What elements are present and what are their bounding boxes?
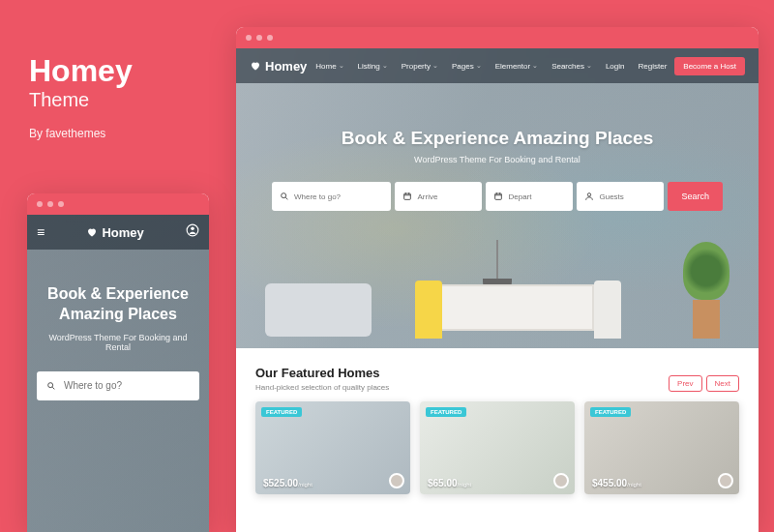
become-host-button[interactable]: Become a Host	[674, 57, 745, 75]
listing-card[interactable]: FEATURED $65.00/night	[420, 401, 575, 494]
featured-heading: Our Featured Homes Hand-picked selection…	[255, 366, 739, 392]
mobile-preview-window: ≡ Homey Book & Experience Amazing Places…	[27, 193, 209, 532]
brand-text: Homey	[102, 225, 143, 240]
calendar-icon	[402, 192, 412, 201]
mobile-hero-title: Book & Experience Amazing Places	[27, 250, 209, 329]
avatar[interactable]	[389, 473, 404, 488]
svg-point-3	[282, 193, 286, 198]
listing-price: $65.00/night	[428, 478, 471, 488]
featured-title: Our Featured Homes	[255, 366, 389, 380]
user-icon	[584, 192, 594, 201]
svg-point-6	[588, 193, 591, 196]
user-icon[interactable]	[186, 223, 199, 241]
listing-price: $525.00/night	[263, 478, 313, 488]
heart-icon	[86, 226, 98, 238]
mobile-body: ≡ Homey Book & Experience Amazing Places…	[27, 215, 209, 532]
svg-point-2	[48, 382, 53, 387]
traffic-light-dot	[246, 35, 252, 41]
calendar-icon	[493, 192, 503, 201]
traffic-light-dot	[267, 35, 273, 41]
mobile-navbar: ≡ Homey	[27, 215, 209, 250]
chevron-down-icon: ⌄	[532, 62, 538, 70]
featured-cards: FEATURED $525.00/night FEATURED $65.00/n…	[255, 401, 739, 494]
nav-item-elementor[interactable]: Elementor⌄	[490, 58, 544, 74]
traffic-light-dot	[47, 201, 53, 207]
nav-item-property[interactable]: Property⌄	[396, 58, 444, 74]
where-field[interactable]	[272, 182, 391, 211]
nav-item-searches[interactable]: Searches⌄	[546, 58, 598, 74]
desktop-navbar: Homey Home⌄ Listing⌄ Property⌄ Pages⌄ El…	[236, 48, 759, 83]
hero-section: Book & Experience Amazing Places WordPre…	[236, 48, 759, 348]
promo-title: Homey	[29, 53, 133, 89]
svg-rect-5	[495, 193, 502, 199]
where-input[interactable]	[294, 192, 383, 201]
traffic-light-dot	[58, 201, 64, 207]
carousel-nav: Prev Next	[669, 375, 739, 392]
chevron-down-icon: ⌄	[476, 62, 482, 70]
search-bar: Search	[272, 182, 723, 211]
avatar[interactable]	[718, 473, 733, 488]
chevron-down-icon: ⌄	[382, 62, 388, 70]
featured-badge: FEATURED	[426, 407, 466, 417]
desktop-preview-window: Homey Home⌄ Listing⌄ Property⌄ Pages⌄ El…	[236, 27, 759, 532]
traffic-light-dot	[256, 35, 262, 41]
guests-field[interactable]	[577, 182, 664, 211]
nav-item-listing[interactable]: Listing⌄	[352, 58, 394, 74]
next-button[interactable]: Next	[706, 375, 739, 392]
nav-register[interactable]: Register	[633, 58, 673, 74]
mobile-logo[interactable]: Homey	[86, 225, 143, 240]
promo-byline: By favethemes	[29, 127, 133, 140]
search-icon	[46, 381, 56, 391]
listing-price: $455.00/night	[592, 478, 641, 488]
mobile-where-input[interactable]	[64, 380, 190, 391]
prev-button[interactable]: Prev	[669, 375, 701, 392]
nav-item-home[interactable]: Home⌄	[310, 58, 349, 74]
nav-login[interactable]: Login	[600, 58, 631, 74]
mobile-window-chrome	[27, 193, 209, 215]
arrive-input[interactable]	[417, 192, 474, 201]
search-button[interactable]: Search	[668, 182, 723, 211]
nav-item-pages[interactable]: Pages⌄	[446, 58, 488, 74]
depart-field[interactable]	[486, 182, 573, 211]
chevron-down-icon: ⌄	[586, 62, 592, 70]
desktop-body: Book & Experience Amazing Places WordPre…	[236, 48, 759, 532]
featured-badge: FEATURED	[590, 407, 631, 417]
hero-subtitle: WordPress Theme For Booking and Rental	[236, 155, 759, 164]
featured-badge: FEATURED	[261, 407, 302, 417]
depart-input[interactable]	[508, 192, 565, 201]
hero-decor	[236, 203, 759, 348]
mobile-hero-sub: WordPress Theme For Booking and Rental	[27, 329, 209, 364]
arrive-field[interactable]	[395, 182, 482, 211]
featured-section: Our Featured Homes Hand-picked selection…	[236, 348, 759, 512]
desktop-window-chrome	[236, 27, 759, 48]
mobile-search-field[interactable]	[37, 371, 199, 400]
chevron-down-icon: ⌄	[339, 62, 344, 70]
chevron-down-icon: ⌄	[432, 62, 438, 70]
listing-card[interactable]: FEATURED $455.00/night	[584, 401, 739, 494]
featured-subtitle: Hand-picked selection of quality places	[255, 383, 389, 392]
guests-input[interactable]	[599, 192, 656, 201]
desktop-logo[interactable]: Homey	[250, 59, 307, 74]
promo-subtitle: Theme	[29, 89, 133, 111]
brand-text: Homey	[265, 59, 307, 74]
hamburger-icon[interactable]: ≡	[37, 224, 45, 240]
svg-point-1	[191, 227, 194, 231]
avatar[interactable]	[553, 473, 569, 488]
listing-card[interactable]: FEATURED $525.00/night	[255, 401, 410, 494]
nav-menu: Home⌄ Listing⌄ Property⌄ Pages⌄ Elemento…	[310, 57, 745, 75]
heart-icon	[250, 60, 261, 72]
promo-block: Homey Theme By favethemes	[29, 53, 133, 140]
traffic-light-dot	[37, 201, 43, 207]
search-icon	[280, 192, 289, 201]
svg-rect-4	[404, 193, 411, 199]
